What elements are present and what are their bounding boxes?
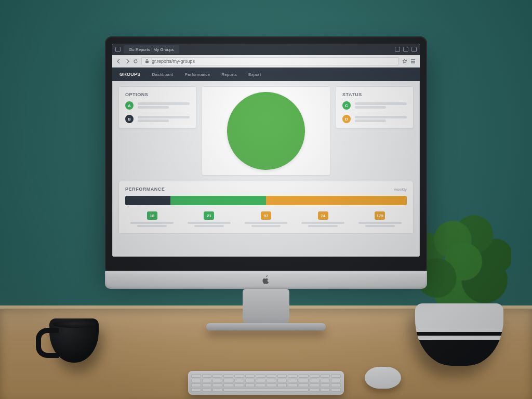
address-url: gr.reports/my-groups [152,59,195,64]
pie-chart [227,92,305,170]
card-title: OPTIONS [125,92,190,97]
panel-title: PERFORMANCE [125,187,165,192]
badge-icon: A [125,101,134,110]
top-row: OPTIONS A B [118,86,414,176]
app-brand[interactable]: GROUPS [119,72,140,77]
stat-line [130,222,174,224]
monitor-bezel: Go Reports | My Groups gr.reports/my-gro… [105,36,427,271]
apple-logo-icon [261,275,271,285]
left-column: OPTIONS A B [118,86,196,176]
stat-line [308,225,338,227]
badge-icon: D [342,115,351,123]
stat-line [365,225,395,227]
minimize-icon[interactable] [395,47,400,52]
back-icon[interactable] [116,59,122,64]
keyboard [188,371,344,395]
stat-item[interactable]: 74 [296,211,350,228]
dashboard-body: OPTIONS A B [112,81,420,257]
maximize-icon[interactable] [403,47,408,52]
stat-line [137,225,167,227]
bar-segment [266,196,407,205]
stat-item[interactable]: 97 [239,211,293,228]
stat-item[interactable]: 179 [353,211,407,228]
item-text [355,115,407,123]
app-nav: GROUPS Dashboard Performance Reports Exp… [112,68,420,81]
panel-performance: PERFORMANCE weekly 18 21 97 74 179 [118,181,414,234]
close-icon[interactable] [411,47,417,52]
stat-line [194,225,224,227]
window-menu-icon[interactable] [115,47,121,52]
stat-line [245,222,288,224]
monitor-stand-foot [206,323,326,330]
stacked-bar [125,196,407,205]
card-status: STATUS C D [336,86,414,129]
bookmark-icon[interactable] [402,59,407,64]
stat-line [301,222,344,224]
badge-icon: C [342,101,351,110]
stat-item[interactable]: 21 [182,211,236,228]
card-title: STATUS [342,92,407,97]
stat-value: 21 [204,211,214,220]
badge-icon: B [125,115,134,123]
card-pie-chart [202,86,330,176]
reload-icon[interactable] [133,59,138,64]
forward-icon[interactable] [125,59,130,64]
monitor-stand-neck [243,289,289,325]
right-column: STATUS C D [336,86,414,176]
item-text [138,115,190,123]
lock-icon [145,59,149,63]
bar-segment [125,196,170,205]
browser-tab-strip: Go Reports | My Groups [112,44,420,55]
svg-rect-0 [145,61,149,63]
panel-range-label[interactable]: weekly [394,187,407,192]
desktop-monitor: Go Reports | My Groups gr.reports/my-gro… [105,36,427,271]
item-text [355,101,407,110]
monitor-chin [105,271,427,289]
stat-line [188,222,231,224]
nav-reports[interactable]: Reports [221,72,237,77]
bar-segment [170,196,266,205]
card-options: OPTIONS A B [118,86,196,129]
item-text [138,101,190,110]
browser-tab-active[interactable]: Go Reports | My Groups [124,45,179,54]
screen: Go Reports | My Groups gr.reports/my-gro… [112,44,420,257]
stat-value: 179 [375,211,385,220]
stat-row: 18 21 97 74 179 [125,211,407,228]
list-item[interactable]: B [125,115,190,123]
stat-value: 18 [147,211,157,220]
nav-export[interactable]: Export [248,72,261,77]
list-item[interactable]: D [342,115,407,123]
nav-dashboard[interactable]: Dashboard [152,72,173,77]
list-item[interactable]: C [342,101,407,110]
stat-value: 97 [261,211,271,220]
address-bar[interactable]: gr.reports/my-groups [141,57,399,65]
stat-line [358,222,402,224]
tab-title: Go Reports | My Groups [129,47,174,52]
nav-performance[interactable]: Performance [185,72,210,77]
list-item[interactable]: A [125,101,190,110]
stat-item[interactable]: 18 [125,211,179,228]
mouse [365,367,401,389]
stat-line [251,225,281,227]
stat-value: 74 [318,211,328,220]
menu-icon[interactable] [410,59,416,64]
browser-toolbar: gr.reports/my-groups [112,55,420,68]
